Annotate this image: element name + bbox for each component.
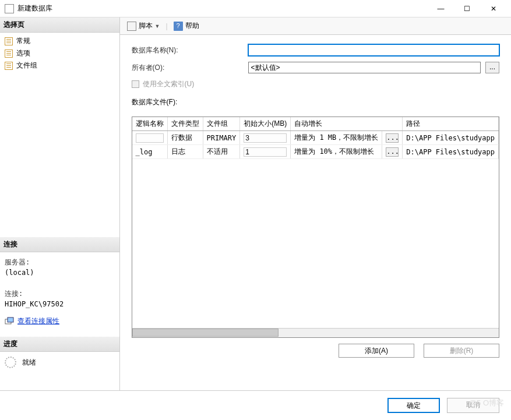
page-icon (5, 37, 13, 45)
window-controls: — ☐ ✕ (428, 1, 506, 17)
help-button[interactable]: 帮助 (170, 20, 203, 32)
sidebar-item-options[interactable]: 选项 (0, 47, 119, 59)
cell-auto-growth-btn: ... (382, 131, 403, 145)
page-icon (5, 62, 13, 70)
connection-value: HIHOP_KC\97502 (5, 299, 115, 309)
page-list: 常规 选项 文件组 (0, 33, 119, 74)
remove-button: 删除(R) (424, 344, 499, 358)
cell-file-group[interactable]: PRIMARY (203, 131, 240, 145)
maximize-button[interactable]: ☐ (454, 1, 480, 17)
form-area: 数据库名称(N): 所有者(O): ... 使用全文索引(U) 数据库文件(F)… (120, 35, 511, 117)
cell-initial-size[interactable] (240, 131, 291, 145)
help-label: 帮助 (185, 21, 199, 31)
connection-info: 服务器: (local) 连接: HIHOP_KC\97502 (0, 252, 119, 314)
scrollbar-thumb[interactable] (132, 329, 279, 337)
cell-auto-growth-btn: ... (382, 145, 403, 159)
connection-header: 连接 (0, 237, 119, 252)
view-connection-props[interactable]: 查看连接属性 (0, 314, 119, 329)
sidebar-item-label: 文件组 (16, 61, 37, 70)
cell-file-group[interactable]: 不适用 (203, 145, 240, 159)
help-icon (174, 22, 183, 31)
col-auto-growth[interactable]: 自动增长 (291, 117, 403, 131)
svg-rect-1 (8, 317, 13, 322)
ready-text: 就绪 (22, 358, 36, 368)
sidebar-item-filegroups[interactable]: 文件组 (0, 59, 119, 72)
minimize-button[interactable]: — (428, 1, 454, 17)
files-grid: 逻辑名称 文件类型 文件组 初始大小(MB) 自动增长 路径 行数据 PRIM (132, 117, 499, 338)
file-buttons-row: 添加(A) 删除(R) (120, 338, 511, 363)
fulltext-row: 使用全文索引(U) (132, 79, 499, 89)
app-icon (5, 4, 14, 13)
logical-name-input[interactable] (136, 133, 164, 143)
col-file-group[interactable]: 文件组 (203, 117, 240, 131)
titlebar: 新建数据库 — ☐ ✕ (0, 0, 511, 17)
view-connection-props-link[interactable]: 查看连接属性 (17, 316, 59, 326)
owner-row: 所有者(O): ... (132, 62, 499, 73)
select-page-header: 选择页 (0, 17, 119, 33)
initial-size-input[interactable] (244, 147, 287, 157)
page-icon (5, 50, 13, 58)
initial-size-input[interactable] (244, 133, 287, 143)
close-button[interactable]: ✕ (480, 1, 506, 17)
cell-auto-growth[interactable]: 增量为 1 MB，不限制增长 (291, 131, 382, 145)
dialog-buttons: 确定 取消 (0, 390, 511, 420)
sidebar-item-label: 选项 (16, 48, 30, 58)
owner-browse-button[interactable]: ... (485, 62, 499, 73)
separator: | (166, 22, 168, 30)
col-file-type[interactable]: 文件类型 (167, 117, 203, 131)
ok-button[interactable]: 确定 (387, 398, 440, 413)
db-name-input[interactable] (248, 44, 499, 56)
add-button[interactable]: 添加(A) (339, 344, 414, 358)
server-value: (local) (5, 267, 115, 278)
fulltext-label: 使用全文索引(U) (143, 79, 195, 89)
col-initial-size[interactable]: 初始大小(MB) (240, 117, 291, 131)
col-path[interactable]: 路径 (403, 117, 499, 131)
sidebar-item-label: 常规 (16, 36, 30, 46)
cell-path[interactable]: D:\APP Files\studyapp (403, 131, 499, 145)
sidebar: 选择页 常规 选项 文件组 连接 服务器: (local) 连接: HIHOP_… (0, 17, 120, 390)
cell-file-type[interactable]: 行数据 (167, 131, 203, 145)
progress-status: 就绪 (0, 352, 119, 373)
script-icon (127, 22, 136, 31)
cell-initial-size[interactable] (240, 145, 291, 159)
content-area: 选择页 常规 选项 文件组 连接 服务器: (local) 连接: HIHOP_… (0, 17, 511, 390)
cell-logical-name[interactable] (132, 131, 168, 145)
owner-input[interactable] (248, 62, 481, 73)
toolbar: 脚本 ▼ | 帮助 (120, 17, 511, 35)
auto-growth-button[interactable]: ... (386, 133, 399, 143)
properties-icon (5, 317, 14, 326)
cancel-button[interactable]: 取消 (447, 398, 499, 413)
chevron-down-icon: ▼ (155, 23, 160, 29)
progress-header: 进度 (0, 337, 119, 352)
connection-label: 连接: (5, 288, 115, 299)
cell-file-type[interactable]: 日志 (167, 145, 203, 159)
db-name-row: 数据库名称(N): (132, 44, 499, 56)
cell-logical-name[interactable]: _log (132, 145, 168, 159)
spinner-icon (5, 357, 16, 368)
table-row[interactable]: _log 日志 不适用 增量为 10%，不限制增长 ... D:\APP Fil… (132, 145, 499, 159)
files-label: 数据库文件(F): (132, 97, 499, 107)
table-row[interactable]: 行数据 PRIMARY 增量为 1 MB，不限制增长 ... D:\APP Fi… (132, 131, 499, 145)
fulltext-checkbox (132, 80, 139, 88)
main-panel: 脚本 ▼ | 帮助 数据库名称(N): 所有者(O): ... 使用全文索引(U… (120, 17, 511, 390)
files-table: 逻辑名称 文件类型 文件组 初始大小(MB) 自动增长 路径 行数据 PRIM (132, 117, 499, 159)
cell-auto-growth[interactable]: 增量为 10%，不限制增长 (291, 145, 382, 159)
db-name-label: 数据库名称(N): (132, 45, 248, 55)
owner-label: 所有者(O): (132, 63, 248, 73)
table-header-row: 逻辑名称 文件类型 文件组 初始大小(MB) 自动增长 路径 (132, 117, 499, 131)
col-logical-name[interactable]: 逻辑名称 (132, 117, 168, 131)
grid-scroll: 逻辑名称 文件类型 文件组 初始大小(MB) 自动增长 路径 行数据 PRIM (132, 117, 499, 328)
server-label: 服务器: (5, 257, 115, 267)
script-button[interactable]: 脚本 ▼ (124, 20, 164, 32)
cell-path[interactable]: D:\APP Files\studyapp (403, 145, 499, 159)
script-label: 脚本 (139, 21, 153, 31)
horizontal-scrollbar[interactable] (132, 328, 499, 337)
auto-growth-button[interactable]: ... (386, 147, 399, 157)
sidebar-item-general[interactable]: 常规 (0, 35, 119, 47)
window-title: 新建数据库 (17, 3, 428, 13)
